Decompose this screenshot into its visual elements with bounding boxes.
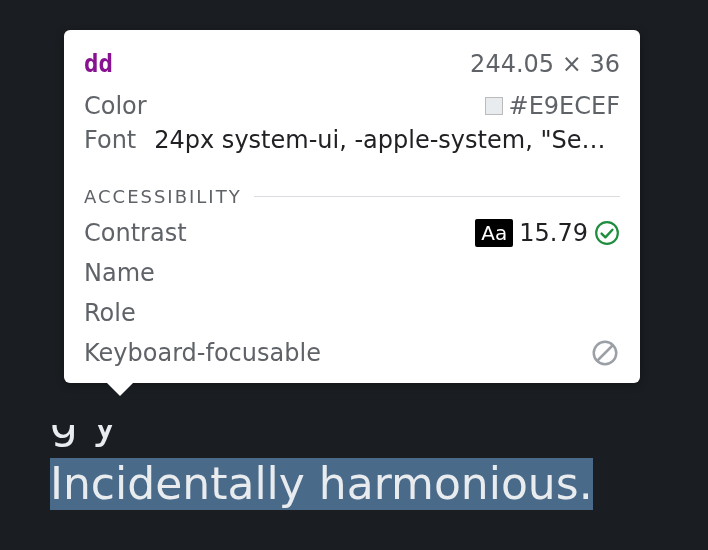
role-row: Role: [84, 293, 620, 333]
color-swatch: [485, 97, 503, 115]
name-label: Name: [84, 259, 155, 287]
element-inspector-tooltip: dd 244.05 × 36 Color #E9ECEF Font 24px s…: [64, 30, 640, 383]
element-dimensions: 244.05 × 36: [470, 50, 620, 78]
font-row: Font 24px system-ui, -apple-system, "Seg…: [84, 126, 620, 166]
element-header-row: dd 244.05 × 36: [84, 44, 620, 84]
color-hex: #E9ECEF: [509, 92, 620, 120]
not-allowed-icon: [590, 338, 620, 368]
keyboard-focusable-label: Keyboard-focusable: [84, 339, 321, 367]
contrast-value-group: Aa 15.79: [475, 219, 620, 247]
color-row: Color #E9ECEF: [84, 86, 620, 126]
role-label: Role: [84, 299, 136, 327]
contrast-row: Contrast Aa 15.79: [84, 213, 620, 253]
name-row: Name: [84, 253, 620, 293]
section-divider: [254, 196, 620, 197]
font-label: Font: [84, 126, 136, 154]
keyboard-focusable-row: Keyboard-focusable: [84, 333, 620, 373]
color-value-group: #E9ECEF: [485, 92, 620, 120]
tooltip-arrow: [106, 382, 134, 396]
contrast-label: Contrast: [84, 219, 187, 247]
contrast-sample-badge: Aa: [475, 219, 513, 247]
color-label: Color: [84, 92, 147, 120]
element-tag-name: dd: [84, 50, 113, 78]
check-circle-icon: [594, 220, 620, 246]
accessibility-section-header: Accessibility: [84, 186, 620, 207]
obscured-text: g y: [50, 425, 118, 448]
accessibility-heading: Accessibility: [84, 186, 242, 207]
svg-point-0: [596, 222, 618, 244]
font-value: 24px system-ui, -apple-system, "Segoe UI…: [154, 126, 620, 154]
svg-line-2: [597, 345, 613, 361]
contrast-ratio: 15.79: [519, 219, 588, 247]
highlighted-element-text[interactable]: Incidentally harmonious.: [50, 458, 593, 510]
obscured-text-line: g y: [50, 425, 610, 455]
